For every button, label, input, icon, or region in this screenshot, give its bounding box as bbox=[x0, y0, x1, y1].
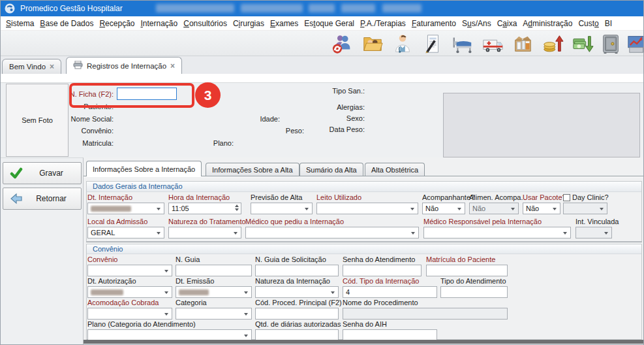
acompanhante-combo[interactable]: Não bbox=[422, 203, 465, 214]
menu-base-de-dados[interactable]: Base de Dados bbox=[40, 19, 93, 28]
menu-sistema[interactable]: Sistema bbox=[6, 19, 34, 28]
field-dt-internacao: Dt. Internação bbox=[87, 193, 164, 214]
menu-consultorios[interactable]: Consultórios bbox=[183, 19, 227, 28]
annotation-step-badge: 3 bbox=[195, 82, 221, 108]
section-divider bbox=[86, 242, 642, 243]
field-plano-categoria: Plano (Categoria do Atendimento) bbox=[87, 320, 252, 341]
tab-informacoes-alta[interactable]: Informações Sobre a Alta bbox=[206, 163, 299, 176]
users-sync-icon[interactable] bbox=[330, 33, 355, 55]
menu-administracao[interactable]: Administração bbox=[523, 19, 572, 28]
convenio-combo[interactable] bbox=[87, 265, 172, 276]
field-natureza-tratamento: Natureza do Tratamento bbox=[168, 218, 241, 238]
tab-informacoes-internacao[interactable]: Informações Sobre a Internação bbox=[86, 161, 202, 176]
medico-pediu-combo[interactable] bbox=[245, 227, 419, 238]
tipo-atendimento-input[interactable] bbox=[440, 286, 508, 298]
field-natureza-internacao: Natureza da Internação bbox=[255, 277, 339, 298]
menu-faturamento[interactable]: Faturamento bbox=[412, 19, 456, 28]
ambulance-icon[interactable] bbox=[480, 33, 505, 55]
field-medico-responsavel: Médico Responsável pela Internação bbox=[423, 218, 571, 238]
leito-utilizado-combo[interactable] bbox=[316, 203, 418, 214]
field-senha-atendimento: Senha do Atendimento bbox=[343, 255, 422, 276]
window-title: Promedico Gestão Hospitalar bbox=[20, 4, 123, 13]
local-admissao-combo[interactable]: GERAL bbox=[87, 227, 164, 238]
redacted-title-text bbox=[341, 4, 375, 12]
expenses-down-icon[interactable] bbox=[570, 33, 595, 55]
tab-bem-vindo[interactable]: Bem Vindo × bbox=[2, 59, 61, 74]
field-cod-tipo-internacao: Cód. Tipo da Internação bbox=[343, 277, 437, 298]
previsao-alta-combo[interactable] bbox=[251, 203, 313, 214]
market-bi-icon[interactable] bbox=[626, 33, 644, 55]
field-alimen-acompa: Alimen. Acompa. Não bbox=[469, 193, 519, 214]
day-clinic-combo[interactable] bbox=[563, 203, 607, 214]
menu-cirurgias[interactable]: Cirurgias bbox=[233, 19, 264, 28]
menu-custo[interactable]: Custo bbox=[578, 19, 598, 28]
gravar-button[interactable]: Gravar bbox=[3, 162, 82, 184]
senha-atendimento-input[interactable] bbox=[343, 265, 422, 276]
check-icon bbox=[10, 167, 23, 180]
idade-label: Idade: bbox=[242, 115, 280, 123]
cod-proced-principal-input[interactable] bbox=[255, 308, 339, 320]
peso-label: Peso: bbox=[266, 127, 304, 135]
field-acompanhante: Acompanhante? Não bbox=[422, 193, 465, 214]
dt-autorizacao-combo[interactable] bbox=[87, 286, 172, 298]
day-clinic-checkbox[interactable] bbox=[563, 194, 570, 201]
app-icon bbox=[5, 3, 15, 14]
menu-caixa[interactable]: Caixa bbox=[497, 19, 517, 28]
int-vinculada-combo[interactable] bbox=[575, 227, 612, 238]
n-ficha-input[interactable] bbox=[117, 88, 177, 100]
data-peso-label: Data Peso: bbox=[313, 125, 365, 133]
menu-sus-ans[interactable]: Sus/Ans bbox=[462, 19, 491, 28]
retornar-button[interactable]: Retornar bbox=[3, 188, 82, 210]
matricula-paciente-input[interactable] bbox=[426, 265, 508, 276]
revenue-up-icon[interactable] bbox=[540, 33, 565, 55]
field-hora-internacao: Hora da Internação 11:05 bbox=[168, 193, 241, 214]
close-icon[interactable]: × bbox=[170, 62, 175, 70]
close-icon[interactable]: × bbox=[50, 63, 54, 71]
redacted-title-text bbox=[382, 4, 422, 12]
doctor-icon[interactable] bbox=[390, 33, 415, 55]
contract-icon[interactable] bbox=[420, 33, 445, 55]
menu-pa-terapias[interactable]: P.A./Terapias bbox=[360, 19, 406, 28]
matricula-label: Matricula: bbox=[27, 139, 114, 147]
menu-bi[interactable]: BI bbox=[605, 19, 612, 28]
field-day-clinic: Day Clinic? bbox=[563, 193, 607, 214]
menu-estoque-geral[interactable]: Estoque Geral bbox=[304, 19, 354, 28]
alimen-acompa-combo[interactable]: Não bbox=[469, 203, 519, 214]
n-ficha-label: N. Ficha (F2): bbox=[27, 90, 114, 98]
categoria-combo[interactable] bbox=[176, 308, 252, 320]
field-dt-emissao: Dt. Emissão bbox=[176, 277, 252, 298]
cod-tipo-internacao-input[interactable] bbox=[343, 286, 437, 298]
menu-exames[interactable]: Exames bbox=[270, 19, 298, 28]
promedico-window: Promedico Gestão Hospitalar Sistema Base… bbox=[0, 0, 644, 345]
n-guia-solicitacao-input[interactable] bbox=[255, 265, 339, 276]
menu-internacao[interactable]: Internação bbox=[140, 19, 177, 28]
dt-emissao-combo[interactable] bbox=[176, 286, 252, 298]
field-categoria: Categoria bbox=[176, 299, 252, 320]
dt-internacao-combo[interactable] bbox=[87, 203, 164, 214]
action-panel bbox=[1, 157, 84, 345]
acomodacao-cobrada-combo[interactable] bbox=[87, 308, 172, 320]
observations-box bbox=[443, 93, 640, 157]
field-n-guia: N. Guia bbox=[176, 255, 252, 276]
tab-alta-obstetrica[interactable]: Alta Obstétrica bbox=[365, 163, 425, 176]
toolbar bbox=[1, 31, 644, 56]
field-senha-aih: Senha do AIH bbox=[343, 320, 437, 341]
patient-records-icon[interactable] bbox=[360, 33, 385, 55]
menu-recepcao[interactable]: Recepção bbox=[99, 19, 134, 28]
usar-pacote-combo[interactable]: Não bbox=[523, 203, 560, 214]
tab-label: Bem Vindo bbox=[9, 63, 46, 71]
tab-registros-internacao[interactable]: Registros de Internação × bbox=[66, 57, 182, 74]
spinner-arrows-icon[interactable] bbox=[235, 205, 239, 211]
n-guia-input[interactable] bbox=[176, 265, 252, 276]
tab-content-top bbox=[1, 74, 644, 82]
convenio-label: Convênio: bbox=[27, 127, 114, 135]
natureza-internacao-combo[interactable] bbox=[255, 286, 339, 298]
pharmacy-stock-icon[interactable] bbox=[510, 33, 535, 55]
hora-internacao-spinner[interactable]: 11:05 bbox=[168, 203, 241, 214]
tab-sumario-alta[interactable]: Sumário da Alta bbox=[299, 163, 363, 176]
hospital-bed-icon[interactable] bbox=[450, 33, 475, 55]
alergias-label: Alergias: bbox=[313, 103, 365, 111]
medico-responsavel-combo[interactable] bbox=[423, 227, 571, 238]
natureza-tratamento-combo[interactable] bbox=[168, 227, 241, 238]
safe-icon[interactable] bbox=[598, 33, 623, 55]
